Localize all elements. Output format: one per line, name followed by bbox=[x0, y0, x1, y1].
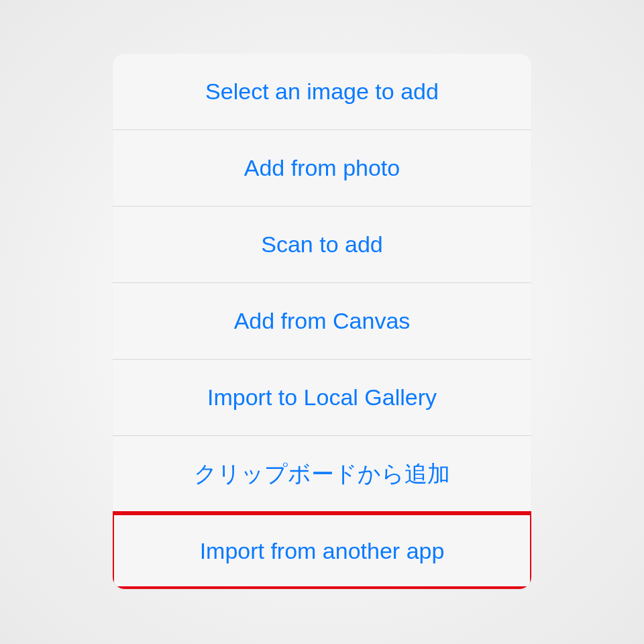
action-sheet: Select an image to add Add from photo Sc… bbox=[113, 54, 531, 589]
action-item-label: Select an image to add bbox=[205, 78, 439, 105]
add-from-clipboard-button[interactable]: クリップボードから追加 bbox=[113, 436, 531, 513]
add-from-photo-button[interactable]: Add from photo bbox=[113, 130, 531, 207]
action-item-label: Import from another app bbox=[200, 538, 445, 564]
action-item-label: Scan to add bbox=[261, 231, 382, 258]
action-item-label: Add from photo bbox=[244, 155, 400, 181]
action-item-label: Import to Local Gallery bbox=[207, 384, 437, 411]
scan-to-add-button[interactable]: Scan to add bbox=[113, 207, 531, 283]
action-item-label: クリップボードから追加 bbox=[194, 459, 450, 490]
action-item-label: Add from Canvas bbox=[234, 308, 411, 334]
import-from-another-app-button[interactable]: Import from another app bbox=[113, 513, 531, 589]
import-local-gallery-button[interactable]: Import to Local Gallery bbox=[113, 360, 531, 436]
select-image-button[interactable]: Select an image to add bbox=[113, 54, 531, 130]
add-from-canvas-button[interactable]: Add from Canvas bbox=[113, 283, 531, 360]
